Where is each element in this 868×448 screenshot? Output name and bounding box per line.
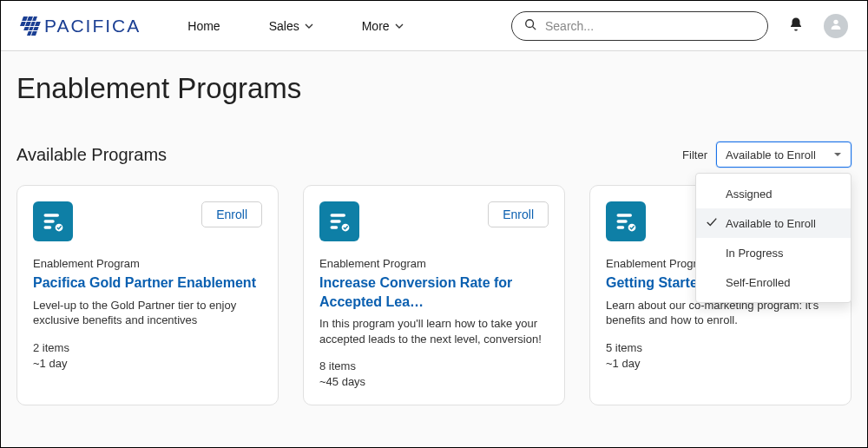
- page-title: Enablement Programs: [16, 72, 852, 105]
- program-category: Enablement Program: [33, 257, 262, 270]
- filter-selected-value: Available to Enroll: [726, 148, 816, 161]
- svg-point-2: [833, 19, 838, 23]
- brand-logo[interactable]: PACIFICA: [20, 16, 141, 36]
- enroll-button[interactable]: Enroll: [488, 201, 549, 227]
- section-header-row: Available Programs Filter Available to E…: [16, 142, 852, 168]
- search-icon: [524, 18, 536, 34]
- filter-option-assigned[interactable]: Assigned: [696, 179, 851, 208]
- check-icon: [706, 216, 718, 231]
- filter-option-label: Assigned: [726, 188, 772, 201]
- enroll-button[interactable]: Enroll: [201, 201, 262, 227]
- svg-point-14: [628, 224, 636, 232]
- filter-option-selfenrolled[interactable]: Self-Enrolled: [696, 267, 851, 297]
- nav-home[interactable]: Home: [187, 19, 220, 33]
- caret-down-icon: [833, 148, 842, 161]
- svg-rect-5: [44, 226, 52, 229]
- program-items: 2 items: [33, 340, 262, 356]
- program-duration: ~1 day: [33, 356, 262, 372]
- program-icon: [33, 201, 73, 241]
- filter-label: Filter: [682, 148, 707, 161]
- filter-control: Filter Available to Enroll Assigned Avai…: [682, 142, 852, 168]
- program-items: 8 items: [319, 359, 549, 374]
- filter-option-label: In Progress: [726, 247, 783, 260]
- brand-mark-icon: [16, 16, 43, 36]
- search-input[interactable]: [545, 19, 755, 33]
- svg-point-6: [56, 224, 63, 232]
- filter-dropdown: Assigned Available to Enroll In Progress…: [695, 173, 852, 303]
- svg-rect-4: [44, 220, 55, 223]
- svg-line-1: [533, 26, 536, 30]
- svg-rect-9: [331, 226, 339, 229]
- nav-sales[interactable]: Sales: [269, 19, 313, 33]
- svg-point-0: [526, 19, 534, 27]
- svg-rect-7: [331, 214, 346, 217]
- filter-option-inprogress[interactable]: In Progress: [696, 238, 851, 267]
- program-icon: [319, 201, 359, 241]
- svg-rect-11: [617, 214, 633, 217]
- program-description: Level-up to the Gold Partner tier to enj…: [33, 298, 262, 328]
- filter-option-available[interactable]: Available to Enroll: [696, 208, 851, 238]
- chevron-down-icon: [395, 22, 404, 30]
- global-search[interactable]: [511, 11, 768, 41]
- program-title-link[interactable]: Increase Conversion Rate for Accepted Le…: [319, 273, 549, 311]
- notifications-button[interactable]: [784, 14, 808, 38]
- brand-name: PACIFICA: [44, 16, 141, 36]
- section-title: Available Programs: [16, 145, 167, 165]
- filter-select[interactable]: Available to Enroll: [716, 142, 852, 168]
- filter-option-label: Available to Enroll: [726, 217, 816, 230]
- top-navbar: PACIFICA Home Sales More: [1, 1, 867, 51]
- program-duration: ~1 day: [606, 356, 835, 372]
- nav-sales-label: Sales: [269, 19, 299, 33]
- program-category: Enablement Program: [319, 257, 549, 270]
- program-card: Enroll Enablement Program Increase Conve…: [303, 185, 565, 405]
- bell-icon: [788, 16, 804, 36]
- svg-rect-3: [44, 214, 60, 217]
- filter-option-label: Self-Enrolled: [726, 276, 790, 289]
- person-icon: [829, 17, 843, 35]
- program-items: 5 items: [606, 340, 835, 356]
- svg-rect-13: [617, 226, 625, 229]
- primary-nav: Home Sales More: [187, 19, 403, 33]
- user-avatar[interactable]: [824, 14, 848, 38]
- program-title-link[interactable]: Pacifica Gold Partner Enablement: [33, 273, 262, 293]
- nav-home-label: Home: [187, 19, 220, 33]
- svg-rect-8: [331, 220, 341, 223]
- svg-rect-12: [617, 220, 628, 223]
- svg-point-10: [342, 224, 350, 232]
- program-icon: [606, 201, 646, 241]
- program-card: Enroll Enablement Program Pacifica Gold …: [16, 185, 279, 405]
- program-description: In this program you'll learn how to take…: [319, 316, 549, 346]
- program-duration: ~45 days: [319, 374, 549, 390]
- chevron-down-icon: [305, 22, 313, 30]
- nav-more-label: More: [362, 19, 390, 33]
- nav-more[interactable]: More: [362, 19, 404, 33]
- page-body: Enablement Programs Available Programs F…: [1, 51, 867, 448]
